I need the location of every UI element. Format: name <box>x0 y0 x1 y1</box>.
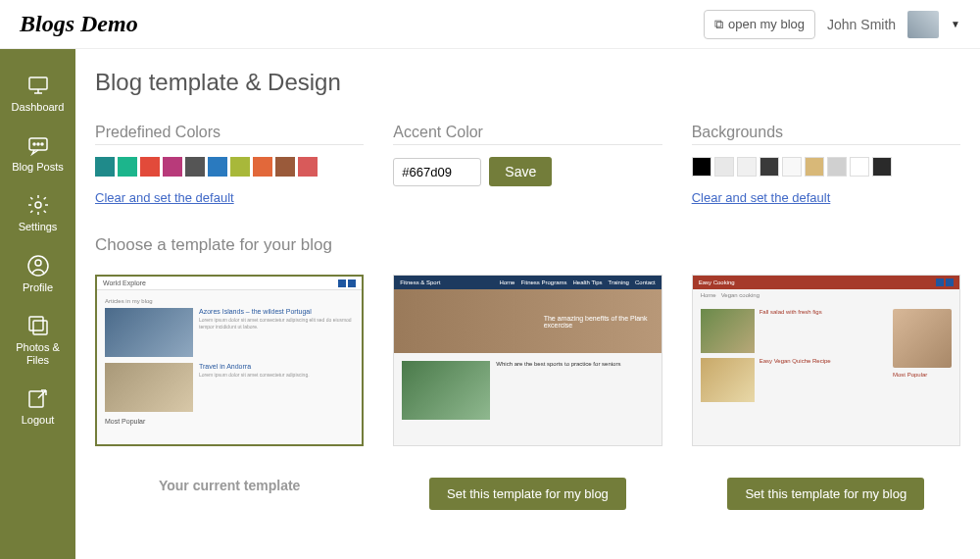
page-title: Blog template & Design <box>95 69 960 96</box>
design-row: Predefined Colors Clear and set the defa… <box>95 124 960 206</box>
header-right: ⧉ open my blog John Smith ▼ <box>704 10 960 39</box>
template-card: Easy Cooking Home Vegan cooking Fall sal… <box>692 275 960 510</box>
background-swatch[interactable] <box>872 157 892 177</box>
sidebar-item-profile[interactable]: Profile <box>0 244 75 304</box>
sidebar-label: Profile <box>23 281 53 294</box>
template-thumbnail-fitness-sport[interactable]: Fitness & SportHomeFitness ProgramsHealt… <box>393 275 662 446</box>
background-swatch[interactable] <box>760 157 779 177</box>
svg-rect-0 <box>29 77 47 89</box>
caret-down-icon[interactable]: ▼ <box>951 19 960 29</box>
sidebar-label: Photos & Files <box>4 341 72 367</box>
monitor-icon <box>26 74 50 97</box>
section-title: Backgrounds <box>692 124 960 145</box>
svg-rect-10 <box>33 321 47 334</box>
svg-point-4 <box>33 143 35 145</box>
color-swatch[interactable] <box>230 157 250 177</box>
svg-point-9 <box>35 260 41 266</box>
svg-point-6 <box>41 143 43 145</box>
color-swatch[interactable] <box>140 157 160 177</box>
open-my-blog-button[interactable]: ⧉ open my blog <box>704 10 815 39</box>
user-name: John Smith <box>827 17 896 32</box>
svg-rect-12 <box>29 391 43 407</box>
backgrounds-section: Backgrounds Clear and set the default <box>692 124 960 206</box>
thumb-title: Fitness & Sport <box>400 280 440 285</box>
color-swatches <box>95 157 364 177</box>
user-icon <box>26 254 50 278</box>
current-template-label: Your current template <box>159 478 300 493</box>
main: Dashboard Blog Posts Settings Profile Ph… <box>0 49 980 559</box>
sidebar-label: Blog Posts <box>12 161 64 174</box>
thumb-title: World Explore <box>103 280 146 286</box>
svg-rect-11 <box>29 317 43 330</box>
logout-icon <box>26 386 50 410</box>
clear-backgrounds-link[interactable]: Clear and set the default <box>692 190 831 205</box>
templates-grid: World Explore Articles in my blog Azores… <box>95 275 960 510</box>
color-swatch[interactable] <box>163 157 182 177</box>
background-swatch[interactable] <box>782 157 802 177</box>
sidebar-item-photos-files[interactable]: Photos & Files <box>0 304 75 377</box>
set-template-button[interactable]: Set this template for my blog <box>429 478 626 510</box>
thumb-title: Easy Cooking <box>699 280 735 285</box>
template-thumbnail-world-explore[interactable]: World Explore Articles in my blog Azores… <box>95 275 364 446</box>
color-swatch[interactable] <box>208 157 227 177</box>
accent-row: Save <box>393 157 662 186</box>
color-swatch[interactable] <box>95 157 115 177</box>
section-title: Accent Color <box>393 124 662 145</box>
sidebar-label: Settings <box>19 221 58 233</box>
background-swatches <box>692 157 960 177</box>
sidebar-item-blog-posts[interactable]: Blog Posts <box>0 124 75 183</box>
color-swatch[interactable] <box>185 157 205 177</box>
template-card: Fitness & SportHomeFitness ProgramsHealt… <box>393 275 662 510</box>
color-swatch[interactable] <box>253 157 272 177</box>
templates-title: Choose a template for your blog <box>95 235 960 255</box>
template-thumbnail-easy-cooking[interactable]: Easy Cooking Home Vegan cooking Fall sal… <box>692 275 960 446</box>
background-swatch[interactable] <box>692 157 711 177</box>
sidebar-label: Dashboard <box>12 101 65 114</box>
predefined-colors-section: Predefined Colors Clear and set the defa… <box>95 124 364 206</box>
svg-point-7 <box>35 202 41 208</box>
template-card: World Explore Articles in my blog Azores… <box>95 275 364 510</box>
color-swatch[interactable] <box>298 157 318 177</box>
background-swatch[interactable] <box>850 157 869 177</box>
background-swatch[interactable] <box>737 157 757 177</box>
color-swatch[interactable] <box>275 157 295 177</box>
section-title: Predefined Colors <box>95 124 364 145</box>
sidebar: Dashboard Blog Posts Settings Profile Ph… <box>0 49 75 559</box>
content: Blog template & Design Predefined Colors… <box>75 49 980 559</box>
background-swatch[interactable] <box>827 157 847 177</box>
background-swatch[interactable] <box>805 157 824 177</box>
background-swatch[interactable] <box>714 157 734 177</box>
sidebar-item-settings[interactable]: Settings <box>0 183 75 243</box>
svg-point-5 <box>37 143 39 145</box>
color-swatch[interactable] <box>118 157 137 177</box>
chat-icon <box>26 133 50 157</box>
sidebar-label: Logout <box>22 414 55 427</box>
logo: Blogs Demo <box>20 11 138 37</box>
header: Blogs Demo ⧉ open my blog John Smith ▼ <box>0 0 980 49</box>
sidebar-item-dashboard[interactable]: Dashboard <box>0 64 75 124</box>
accent-hex-input[interactable] <box>393 158 481 186</box>
stack-icon <box>26 314 50 337</box>
avatar[interactable] <box>907 11 939 38</box>
accent-color-section: Accent Color Save <box>393 124 662 206</box>
external-link-icon: ⧉ <box>714 17 723 32</box>
sidebar-item-logout[interactable]: Logout <box>0 377 75 436</box>
open-blog-label: open my blog <box>728 17 805 31</box>
gear-icon <box>26 193 50 217</box>
clear-colors-link[interactable]: Clear and set the default <box>95 190 234 205</box>
save-button[interactable]: Save <box>489 157 552 186</box>
set-template-button[interactable]: Set this template for my blog <box>727 478 924 510</box>
